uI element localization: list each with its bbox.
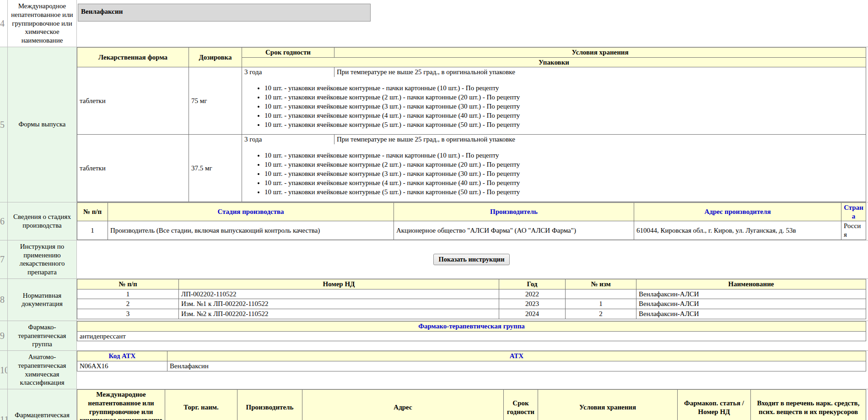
production-stages-label: Сведения о стадиях производства bbox=[7, 202, 77, 240]
row-number-9: 9 bbox=[0, 321, 7, 350]
row-number-4: 4 bbox=[0, 0, 7, 47]
prod-address-cell: 610044, Кировская обл., г. Киров, ул. Лу… bbox=[634, 221, 841, 240]
pharm-group-content: Фармако-терапевтическая группа антидепре… bbox=[77, 321, 868, 350]
prod-manufacturer-cell: Акционерное общество "АЛСИ Фарма" (АО "А… bbox=[394, 221, 634, 240]
drug-registry-card: 4 Международное непатентованное или груп… bbox=[0, 0, 868, 420]
package-item: 10 шт. - упаковки ячейковые контурные (2… bbox=[264, 160, 863, 169]
doc-number-cell: Изм. №2 к ЛП-002202-110522 bbox=[179, 309, 499, 319]
normative-docs-content: № п/п Номер НД Год № изм Наименование 1 … bbox=[77, 279, 868, 321]
packages-subheader: Упаковки bbox=[242, 57, 866, 67]
doc-number-header: Номер НД bbox=[179, 279, 499, 289]
inn-value-box: Венлафаксин bbox=[78, 4, 371, 22]
normative-docs-label: Нормативная документация bbox=[7, 279, 77, 321]
release-forms-table: Лекарственная форма Дозировка Срок годно… bbox=[77, 47, 866, 202]
row-number-5: 5 bbox=[0, 47, 7, 202]
prod-num-header: № п/п bbox=[77, 202, 108, 221]
row-number-6: 6 bbox=[0, 202, 7, 240]
prod-manufacturer-header: Производитель bbox=[394, 202, 634, 221]
row-production-stages: 6 Сведения о стадиях производства № п/п … bbox=[0, 202, 868, 240]
shelf-cell: 3 года bbox=[242, 67, 334, 77]
package-item: 10 шт. - упаковки ячейковые контурные (5… bbox=[264, 187, 863, 196]
instructions-content: Показать инструкции bbox=[77, 240, 868, 278]
form-cell: таблетки bbox=[77, 67, 189, 135]
package-item: 10 шт. - упаковки ячейковые контурные (3… bbox=[264, 102, 863, 111]
packages-list: 10 шт. - упаковки ячейковые контурные - … bbox=[264, 83, 863, 129]
doc-row: 1 ЛП-002202-110522 2022 Венлафаксин-АЛСИ bbox=[77, 289, 866, 299]
storage-cell: При температуре не выше 25 град., в ориг… bbox=[334, 67, 866, 77]
atc-table: Код АТХ АТХ N06AX16 Венлафаксин bbox=[77, 351, 866, 371]
row-number-8: 8 bbox=[0, 279, 7, 321]
atc-name-value: Венлафаксин bbox=[167, 361, 866, 371]
doc-num-cell: 1 bbox=[77, 289, 179, 299]
substance-manufacturer-header: Производитель bbox=[237, 390, 302, 420]
doc-year-cell: 2023 bbox=[499, 299, 566, 309]
normative-docs-table: № п/п Номер НД Год № изм Наименование 1 … bbox=[77, 279, 866, 319]
instructions-label: Инструкция по применению лекарственного … bbox=[7, 240, 77, 278]
doc-number-cell: ЛП-002202-110522 bbox=[179, 289, 499, 299]
atc-code-header: Код АТХ bbox=[77, 351, 167, 361]
substance-table: Международное непатентованное или группи… bbox=[77, 389, 866, 420]
package-item: 10 шт. - упаковки ячейковые контурные (4… bbox=[264, 111, 863, 120]
atc-content: Код АТХ АТХ N06AX16 Венлафаксин bbox=[77, 351, 868, 389]
row-normative-docs: 8 Нормативная документация № п/п Номер Н… bbox=[0, 278, 868, 321]
package-item: 10 шт. - упаковки ячейковые контурные (2… bbox=[264, 93, 863, 102]
substance-label: Фармацевтическая субстанция bbox=[7, 389, 77, 420]
doc-year-cell: 2024 bbox=[499, 309, 566, 319]
doc-year-cell: 2022 bbox=[499, 289, 566, 299]
substance-storage-header: Условия хранения bbox=[538, 390, 678, 420]
packages-cell: 10 шт. - упаковки ячейковые контурные - … bbox=[242, 77, 866, 135]
doc-num-cell: 3 bbox=[77, 309, 179, 319]
dose-col-header: Дозировка bbox=[189, 47, 242, 67]
atc-name-header: АТХ bbox=[167, 351, 866, 361]
row-number-11: 11 bbox=[0, 389, 7, 420]
row-instructions: 7 Инструкция по применению лекарственног… bbox=[0, 240, 868, 278]
dose-cell: 75 мг bbox=[189, 67, 242, 135]
package-item: 10 шт. - упаковки ячейковые контурные - … bbox=[264, 151, 863, 160]
doc-row: 2 Изм. №1 к ЛП-002202-110522 2023 1 Венл… bbox=[77, 299, 866, 309]
production-stage-row: 1 Производитель (Все стадии, включая вып… bbox=[77, 221, 866, 240]
prod-stage-header: Стадия производства bbox=[108, 202, 394, 221]
form-cell: таблетки bbox=[77, 135, 189, 202]
doc-number-cell: Изм. №1 к ЛП-002202-110522 bbox=[179, 299, 499, 309]
doc-rev-header: № изм bbox=[566, 279, 636, 289]
row-atc: 10 Анатомо-терапевтическая химическая кл… bbox=[0, 350, 868, 389]
substance-narcotics-header: Входит в перечень нарк. средств, псих. в… bbox=[751, 390, 866, 420]
prod-num-cell: 1 bbox=[77, 221, 108, 240]
doc-rev-cell bbox=[566, 289, 636, 299]
package-item: 10 шт. - упаковки ячейковые контурные (5… bbox=[264, 120, 863, 129]
pharm-group-header: Фармако-терапевтическая группа bbox=[77, 321, 866, 331]
doc-rev-cell: 1 bbox=[566, 299, 636, 309]
storage-col-header: Условия хранения bbox=[334, 47, 866, 57]
row-substance: 11 Фармацевтическая субстанция Междунаро… bbox=[0, 389, 868, 420]
substance-content: Международное непатентованное или группи… bbox=[77, 389, 868, 420]
doc-num-cell: 2 bbox=[77, 299, 179, 309]
doc-year-header: Год bbox=[499, 279, 566, 289]
substance-inn-header: Международное непатентованное или группи… bbox=[77, 390, 165, 420]
production-stages-table: № п/п Стадия производства Производитель … bbox=[77, 202, 866, 240]
doc-name-cell: Венлафаксин-АЛСИ bbox=[636, 299, 866, 309]
packages-cell: 10 шт. - упаковки ячейковые контурные - … bbox=[242, 144, 866, 202]
row-release-forms: 5 Формы выпуска Лекарственная форма Дози… bbox=[0, 47, 868, 202]
substance-pharmacopeia-header: Фармакоп. статья / Номер НД bbox=[678, 390, 751, 420]
package-item: 10 шт. - упаковки ячейковые контурные (4… bbox=[264, 178, 863, 187]
substance-address-header: Адрес bbox=[302, 390, 504, 420]
substance-trade-header: Торг. наим. bbox=[165, 390, 237, 420]
form-col-header: Лекарственная форма bbox=[77, 47, 189, 67]
pharm-group-table: Фармако-терапевтическая группа антидепре… bbox=[77, 321, 866, 342]
row-number-10: 10 bbox=[0, 351, 7, 389]
storage-cell: При температуре не выше 25 град., в ориг… bbox=[334, 135, 866, 144]
doc-rev-cell: 2 bbox=[566, 309, 636, 319]
show-instructions-button[interactable]: Показать инструкции bbox=[433, 254, 509, 265]
doc-num-header: № п/п bbox=[77, 279, 179, 289]
release-forms-label: Формы выпуска bbox=[7, 47, 77, 202]
row-inn: 4 Международное непатентованное или груп… bbox=[0, 0, 868, 47]
pharm-group-value: антидепрессант bbox=[77, 331, 866, 341]
atc-code-value: N06AX16 bbox=[77, 361, 167, 371]
doc-name-cell: Венлафаксин-АЛСИ bbox=[636, 309, 866, 319]
dose-cell: 37.5 мг bbox=[189, 135, 242, 202]
release-forms-content: Лекарственная форма Дозировка Срок годно… bbox=[77, 47, 868, 202]
shelf-cell: 3 года bbox=[242, 135, 334, 144]
atc-label: Анатомо-терапевтическая химическая класс… bbox=[7, 351, 77, 389]
prod-country-cell: Россия bbox=[841, 221, 866, 240]
doc-name-header: Наименование bbox=[636, 279, 866, 289]
